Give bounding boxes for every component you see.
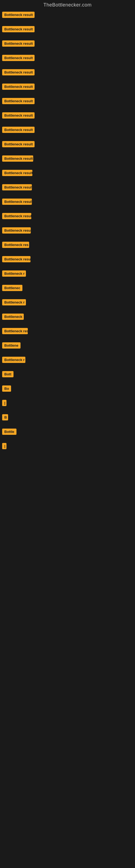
list-item: Bottleneck result [0, 23, 135, 38]
list-item: Bottleneck result [0, 182, 135, 196]
bottleneck-badge: Bottleneck result [2, 112, 35, 120]
bottleneck-badge: Bottleneck result [2, 12, 35, 19]
list-item: Bottleneck r [0, 268, 135, 282]
bottleneck-badge: Bottleneck res [2, 328, 28, 335]
list-item: Bottleneck result [0, 38, 135, 52]
bottleneck-badge: Bottleneck result [2, 40, 35, 48]
bottleneck-badge: | [2, 400, 6, 407]
list-item: Bottleneck result [0, 124, 135, 138]
list-item: | [0, 397, 135, 411]
list-item: Bottleneck result [0, 81, 135, 95]
bottleneck-badge: Bottleneck result [2, 184, 32, 191]
list-item: B [0, 411, 135, 426]
list-item: Bottleneck result [0, 9, 135, 23]
list-item: Bottle [0, 426, 135, 440]
bottleneck-badge: Bottleneck result [2, 98, 35, 105]
bottleneck-badge: Bottleneck result [2, 26, 35, 33]
bottleneck-badge: Bottleneck res [2, 242, 29, 249]
bottleneck-badge: Bottlene [2, 342, 20, 350]
list-item: Bottleneck [0, 311, 135, 325]
bottleneck-badge: Bottleneck result [2, 170, 32, 177]
bottleneck-badge: Bottleneck r [2, 299, 26, 307]
bottleneck-badge: Bottleneck result [2, 127, 35, 134]
bottleneck-badge: Bottle [2, 429, 16, 436]
bottleneck-badge: Bott [2, 371, 13, 378]
bottleneck-badge: Bottleneck result [2, 55, 35, 62]
bottleneck-badge: Bottleneck r [2, 357, 26, 364]
list-item: Bottleneck result [0, 95, 135, 110]
list-item: Bottleneck result [0, 253, 135, 268]
bottleneck-badge: Bo [2, 385, 11, 393]
list-item: Bottleneck result [0, 110, 135, 124]
list-item: Bottleneck result [0, 210, 135, 225]
site-title: TheBottlenecker.com [0, 0, 135, 9]
list-item: Bottleneck result [0, 167, 135, 182]
title-text: TheBottlenecker.com [43, 2, 92, 8]
list-item: Bottlene [0, 340, 135, 354]
list-item: Bottleneck result [0, 52, 135, 66]
list-item: Bo [0, 383, 135, 397]
bottleneck-badge: Bottleneck result [2, 141, 35, 148]
bottleneck-badge: Bottleneck result [2, 155, 33, 163]
bottleneck-badge: Bottleneck result [2, 198, 32, 206]
list-item: Bottleneck result [0, 196, 135, 210]
bottleneck-badge: Bottleneck [2, 314, 24, 321]
bottleneck-badge: Bottleneck result [2, 213, 31, 220]
list-item: Bottleneck result [0, 66, 135, 81]
bottleneck-badge: Bottleneck r [2, 271, 26, 278]
list-item: Bottleneck r [0, 354, 135, 368]
bottleneck-badge: B [2, 414, 8, 422]
bottleneck-badge: Bottleneck result [2, 256, 31, 264]
list-item: Bottleneck res [0, 239, 135, 253]
bottleneck-badge: Bottlenec [2, 285, 22, 292]
bottleneck-badge: | [2, 443, 6, 450]
bottleneck-badge: Bottleneck result [2, 227, 31, 235]
list-item: Bottleneck result [0, 138, 135, 153]
list-item: Bottlenec [0, 282, 135, 297]
list-item: Bott [0, 368, 135, 383]
list-item: | [0, 440, 135, 455]
list-item: Bottleneck res [0, 325, 135, 340]
list-item: Bottleneck result [0, 153, 135, 167]
list-item: Bottleneck result [0, 225, 135, 239]
bottleneck-badge: Bottleneck result [2, 69, 35, 76]
list-item: Bottleneck r [0, 297, 135, 311]
bottleneck-badge: Bottleneck result [2, 84, 35, 91]
